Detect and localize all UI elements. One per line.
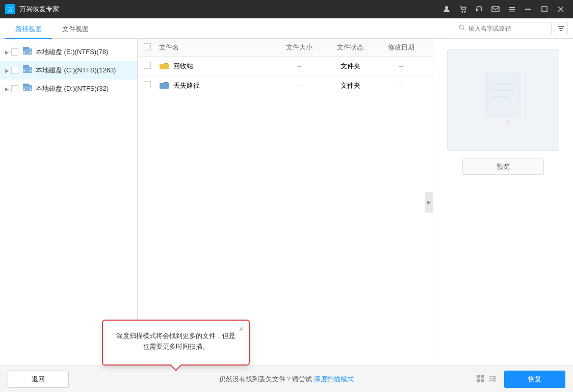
- recover-button[interactable]: 恢复: [504, 371, 565, 388]
- svg-text:万: 万: [8, 7, 13, 12]
- hint-text: 仍然没有找到丢失文件？请尝试: [219, 375, 314, 383]
- folder-icon-lost: [159, 80, 169, 91]
- tab-file-view[interactable]: 文件视图: [52, 20, 99, 39]
- content-area: ▶ 本地磁盘 (E:)(NTFS)(78) ▶: [0, 39, 573, 365]
- filter-btn[interactable]: [555, 22, 568, 35]
- tooltip-text: 深度扫描模式将会找到更多的文件，但是也需要更多时间扫描。: [113, 331, 239, 352]
- folder-icon-recycle: [159, 61, 169, 71]
- grid-view-icon[interactable]: [476, 375, 484, 385]
- search-icon: [459, 24, 465, 32]
- row1-name: 回收站: [173, 62, 193, 71]
- collapse-arrow[interactable]: ▶: [425, 192, 433, 213]
- svg-rect-7: [492, 7, 499, 12]
- svg-rect-12: [542, 7, 547, 12]
- row2-status: 文件夹: [325, 81, 376, 90]
- preview-area: [447, 49, 559, 151]
- tab-path-view[interactable]: 路径视图: [5, 20, 52, 39]
- svg-rect-39: [477, 375, 480, 378]
- select-all-checkbox[interactable]: [144, 43, 151, 50]
- tooltip-close-btn[interactable]: ×: [239, 325, 244, 334]
- svg-marker-38: [506, 119, 513, 126]
- svg-rect-42: [481, 379, 484, 382]
- table-row[interactable]: 丢失路径 -- 文件夹 --: [138, 76, 433, 95]
- tree-label-e: 本地磁盘 (E:)(NTFS)(78): [36, 47, 108, 57]
- tooltip-popup: × 深度扫描模式将会找到更多的文件，但是也需要更多时间扫描。: [102, 320, 250, 365]
- title-buttons: [439, 2, 568, 16]
- row2-name: 丢失路径: [173, 81, 200, 90]
- left-panel-tree: ▶ 本地磁盘 (E:)(NTFS)(78) ▶: [0, 39, 138, 365]
- drive-icon-c: [22, 65, 33, 76]
- search-input[interactable]: [455, 22, 552, 35]
- tree-checkbox-c[interactable]: [11, 67, 18, 74]
- tree-label-d: 本地磁盘 (D:)(NTFS)(32): [36, 84, 109, 93]
- svg-rect-6: [481, 9, 482, 11]
- tree-item-d-drive[interactable]: ▶ 本地磁盘 (D:)(NTFS)(32): [0, 80, 137, 98]
- tree-checkbox-d[interactable]: [11, 85, 18, 92]
- mail-icon-btn[interactable]: [488, 2, 503, 16]
- close-btn[interactable]: [554, 2, 568, 16]
- cart-icon-btn[interactable]: [456, 2, 470, 16]
- row1-status: 文件夹: [325, 62, 376, 71]
- svg-rect-40: [481, 375, 484, 378]
- tree-checkbox-e[interactable]: [11, 48, 18, 56]
- svg-rect-22: [23, 52, 25, 53]
- row2-size: --: [274, 82, 325, 89]
- svg-rect-33: [488, 74, 518, 115]
- menu-icon-btn[interactable]: [505, 2, 519, 16]
- svg-rect-21: [23, 47, 29, 49]
- middle-panel: 文件名 文件大小 文件状态 修改日期 回收站 --: [138, 39, 433, 365]
- minimize-btn[interactable]: [521, 2, 535, 16]
- svg-point-4: [464, 11, 465, 12]
- svg-point-2: [445, 6, 448, 9]
- list-view-icon[interactable]: [488, 375, 497, 385]
- tree-item-c-drive[interactable]: ▶ 本地磁盘 (C:)(NTFS)(1263): [0, 61, 137, 80]
- svg-rect-29: [23, 84, 29, 86]
- svg-rect-26: [23, 70, 25, 71]
- headphone-icon-btn[interactable]: [472, 2, 486, 16]
- tree-item-e-drive[interactable]: ▶ 本地磁盘 (E:)(NTFS)(78): [0, 43, 137, 61]
- svg-rect-11: [525, 9, 531, 10]
- tree-label-c: 本地磁盘 (C:)(NTFS)(1263): [36, 66, 116, 75]
- col-header-name: 文件名: [159, 43, 274, 52]
- app-icon: 万: [5, 4, 15, 14]
- svg-point-31: [30, 89, 32, 90]
- col-header-date: 修改日期: [376, 43, 427, 52]
- col-header-status: 文件状态: [325, 43, 376, 52]
- tree-arrow-e: ▶: [5, 49, 9, 55]
- svg-rect-30: [23, 89, 25, 90]
- view-icons: [476, 375, 497, 385]
- back-button[interactable]: 返回: [8, 371, 69, 388]
- svg-point-23: [30, 52, 32, 54]
- bottom-hint: 仍然没有找到丢失文件？请尝试 深度扫描模式: [69, 375, 504, 384]
- title-bar: 万 万兴恢复专家: [0, 0, 573, 18]
- maximize-btn[interactable]: [537, 2, 552, 16]
- preview-button[interactable]: 预览: [462, 159, 544, 175]
- row1-checkbox[interactable]: [144, 62, 151, 69]
- row2-checkbox[interactable]: [144, 81, 151, 88]
- svg-point-3: [462, 11, 463, 12]
- svg-rect-25: [23, 65, 29, 68]
- right-panel-preview: 预览: [433, 39, 573, 365]
- search-wrap: [455, 22, 552, 35]
- svg-rect-9: [509, 9, 515, 10]
- bottom-bar: 返回 仍然没有找到丢失文件？请尝试 深度扫描模式: [0, 365, 573, 392]
- svg-line-16: [463, 29, 464, 30]
- col-header-size: 文件大小: [274, 43, 325, 52]
- svg-rect-8: [509, 7, 515, 8]
- deep-scan-link[interactable]: 深度扫描模式: [314, 375, 354, 383]
- svg-point-15: [459, 25, 463, 29]
- tree-arrow-d: ▶: [5, 86, 9, 92]
- svg-rect-5: [476, 9, 478, 11]
- svg-rect-10: [509, 11, 515, 12]
- app-title: 万兴恢复专家: [19, 5, 439, 14]
- table-row[interactable]: 回收站 -- 文件夹 --: [138, 57, 433, 76]
- row2-date: --: [376, 82, 427, 89]
- row1-date: --: [376, 62, 427, 70]
- user-icon-btn[interactable]: [439, 2, 454, 16]
- svg-point-27: [30, 70, 32, 72]
- drive-icon-e: [22, 46, 33, 58]
- row1-size: --: [274, 62, 325, 70]
- tree-arrow-c: ▶: [5, 68, 9, 73]
- main-container: 路径视图 文件视图 ▶: [0, 18, 573, 392]
- drive-icon-d: [22, 83, 33, 94]
